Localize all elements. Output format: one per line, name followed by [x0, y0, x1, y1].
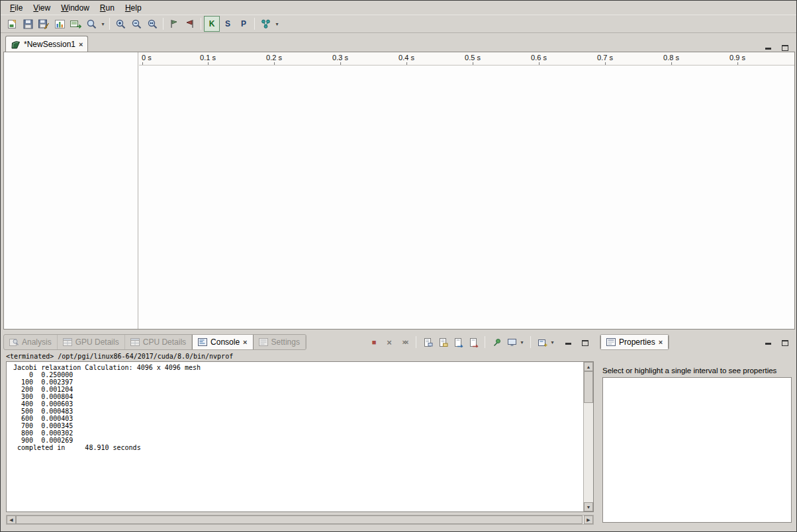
tab-label: Analysis [22, 337, 52, 347]
menu-run[interactable]: Run [95, 1, 120, 15]
save-icon [23, 19, 34, 30]
session-icon [11, 40, 21, 49]
ruler-tick: 0.7 s [597, 54, 613, 62]
terminate-button[interactable]: ■ [367, 335, 381, 349]
console-toolbar-separator [530, 336, 531, 348]
properties-tabstrip: Properties × [600, 334, 669, 350]
show-console-on-error-button[interactable] [467, 335, 480, 349]
minimize-icon [565, 343, 571, 345]
main-toolbar: ▾ [1, 15, 796, 33]
zoom-out-button[interactable] [128, 16, 144, 32]
console-vertical-scrollbar[interactable]: ▲ ▼ [583, 362, 593, 511]
console-output-area[interactable]: Jacobi relaxation Calculation: 4096 x 40… [6, 361, 594, 512]
display-console-dropdown-icon[interactable]: ▾ [518, 339, 526, 345]
remove-all-terminated-button[interactable]: ×× [398, 335, 411, 349]
next-marker-button[interactable] [182, 16, 198, 32]
minimize-properties-button[interactable] [762, 337, 774, 347]
remove-launch-icon: × [387, 338, 392, 347]
zoom-in-button[interactable] [113, 16, 128, 32]
profile-application-button[interactable] [52, 16, 68, 32]
editor-view-buttons [762, 42, 795, 52]
tab-settings[interactable]: Settings [254, 335, 306, 349]
zoom-fit-button[interactable] [144, 16, 160, 32]
close-tab-icon[interactable]: × [659, 339, 663, 345]
kernel-timeline-toggle-button[interactable]: K [204, 16, 220, 32]
menu-view[interactable]: View [28, 1, 56, 15]
maximize-console-button[interactable] [579, 337, 591, 347]
magnifier-icon [86, 19, 97, 30]
pin-console-icon [492, 337, 502, 347]
open-console-button[interactable] [536, 335, 549, 349]
process-timeline-toggle-button[interactable]: P [236, 16, 252, 32]
save-session-as-button[interactable] [36, 16, 52, 32]
timeline-area: 0 s 0.1 s 0.2 s 0.3 s 0.4 s 0.5 s 0.6 s … [3, 52, 795, 330]
export-icon [70, 19, 81, 30]
minimize-editor-button[interactable] [762, 42, 774, 52]
ruler-tick: 0.5 s [465, 54, 481, 62]
ruler-tick: 0.2 s [266, 54, 282, 62]
minimize-console-button[interactable] [562, 337, 574, 347]
properties-tab-row: Properties × [600, 333, 795, 351]
previous-marker-button[interactable] [166, 16, 182, 32]
scroll-right-icon[interactable]: ▶ [584, 515, 593, 524]
save-session-button[interactable] [20, 16, 36, 32]
zoom-out-icon [131, 19, 142, 30]
inspect-tool-dropdown-icon[interactable]: ▾ [99, 21, 107, 27]
scroll-lock-icon [438, 337, 448, 347]
bar-chart-icon [54, 19, 66, 30]
menu-file[interactable]: File [5, 1, 28, 15]
properties-content-area [602, 377, 792, 523]
close-tab-icon[interactable]: × [79, 41, 83, 48]
scroll-down-icon[interactable]: ▼ [584, 502, 593, 511]
nvvp-window: File View Window Run Help [0, 0, 797, 532]
menu-help[interactable]: Help [120, 1, 147, 15]
new-session-button[interactable] [4, 16, 20, 32]
console-toolbar-separator [416, 336, 416, 348]
tab-console[interactable]: Console × [192, 335, 253, 349]
pin-console-button[interactable] [490, 335, 503, 349]
maximize-properties-button[interactable] [779, 337, 791, 347]
stream-timeline-toggle-button[interactable]: S [220, 16, 236, 32]
display-selected-console-button[interactable] [505, 335, 518, 349]
minimize-icon [765, 48, 771, 50]
show-console-on-error-icon [469, 337, 479, 347]
console-view: Analysis GPU Details [3, 333, 596, 525]
timeline-row-labels-pane[interactable] [4, 52, 138, 329]
editor-tab-label: *NewSession1 [24, 40, 75, 49]
tab-label: Settings [271, 337, 300, 347]
close-tab-icon[interactable]: × [243, 339, 247, 345]
zoom-fit-icon [147, 19, 158, 30]
show-console-on-output-button[interactable] [451, 335, 465, 349]
toolbar-separator [254, 18, 255, 30]
tab-cpu-details[interactable]: CPU Details [125, 335, 192, 349]
run-analysis-dropdown-icon[interactable]: ▾ [273, 21, 281, 27]
tab-new-session[interactable]: *NewSession1 × [5, 36, 88, 52]
scroll-up-icon[interactable]: ▲ [584, 362, 593, 371]
scroll-left-icon[interactable]: ◀ [7, 515, 16, 524]
open-console-icon [538, 337, 547, 347]
console-horizontal-scrollbar[interactable]: ◀ ▶ [6, 515, 594, 525]
remove-launch-button[interactable]: × [383, 335, 396, 349]
clear-console-button[interactable] [421, 335, 434, 349]
inspect-tool-button[interactable] [83, 16, 99, 32]
tab-analysis[interactable]: Analysis [4, 335, 58, 349]
vertical-scroll-thumb[interactable] [584, 371, 593, 403]
horizontal-scroll-thumb[interactable] [16, 515, 583, 524]
tab-label: Properties [619, 337, 655, 347]
toolbar-separator [201, 18, 201, 30]
previous-marker-icon [169, 19, 179, 29]
display-console-icon [507, 337, 517, 347]
open-console-dropdown-icon[interactable]: ▾ [549, 339, 556, 345]
maximize-editor-button[interactable] [779, 42, 791, 52]
tab-gpu-details[interactable]: GPU Details [58, 335, 125, 349]
tab-label: Console [211, 337, 240, 347]
tab-label: CPU Details [143, 337, 186, 347]
export-session-button[interactable] [68, 16, 83, 32]
menu-window[interactable]: Window [56, 1, 95, 15]
scroll-lock-button[interactable] [436, 335, 449, 349]
timeline-canvas[interactable] [139, 66, 794, 329]
new-session-icon [7, 19, 18, 30]
run-analysis-button[interactable] [258, 16, 273, 32]
tab-properties[interactable]: Properties × [600, 335, 669, 349]
console-toolbar: ■ × ×× [367, 335, 596, 349]
